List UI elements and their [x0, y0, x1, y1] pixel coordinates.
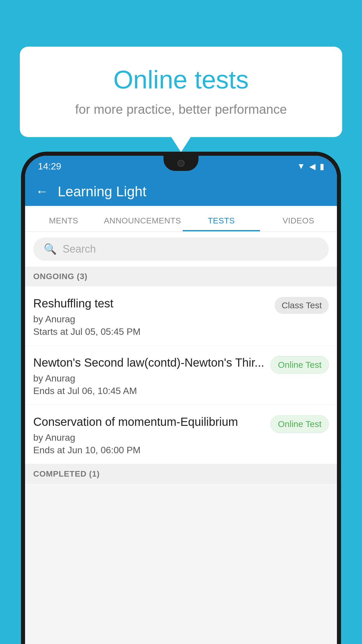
tab-bar: MENTS ANNOUNCEMENTS TESTS VIDEOS	[25, 206, 337, 232]
bubble-subtitle: for more practice, better performance	[37, 102, 325, 117]
test-badge: Class Test	[275, 297, 329, 314]
test-name: Conservation of momentum-Equilibrium	[33, 414, 265, 429]
test-author: by Anurag	[33, 314, 269, 325]
test-time: Ends at Jun 10, 06:00 PM	[33, 445, 265, 456]
app-bar: ← Learning Light	[25, 177, 337, 206]
camera	[178, 160, 184, 167]
test-info: Reshuffling test by Anurag Starts at Jul…	[33, 296, 275, 337]
tab-tests[interactable]: TESTS	[183, 216, 260, 231]
test-name: Newton's Second law(contd)-Newton's Thir…	[33, 355, 265, 370]
back-button[interactable]: ←	[36, 184, 48, 199]
search-icon: 🔍	[44, 243, 57, 255]
test-badge: Online Test	[270, 356, 329, 374]
tab-videos[interactable]: VIDEOS	[260, 216, 337, 231]
status-time: 14:29	[38, 161, 61, 172]
test-badge: Online Test	[270, 415, 329, 433]
search-input[interactable]: Search	[63, 243, 96, 255]
status-icons: ▼ ◀ ▮	[297, 162, 324, 171]
test-name: Reshuffling test	[33, 296, 269, 311]
search-container: 🔍 Search	[25, 232, 337, 267]
phone-inner: 14:29 ▼ ◀ ▮ ← Learning Light MENTS ANNOU…	[25, 156, 337, 644]
completed-section-header: COMPLETED (1)	[25, 464, 337, 484]
app-title: Learning Light	[58, 183, 146, 200]
tab-announcements[interactable]: ANNOUNCEMENTS	[102, 216, 183, 231]
battery-icon: ▮	[320, 162, 324, 171]
signal-icon: ◀	[309, 162, 316, 171]
test-info: Newton's Second law(contd)-Newton's Thir…	[33, 355, 270, 396]
tab-ments[interactable]: MENTS	[25, 216, 102, 231]
ongoing-section-header: ONGOING (3)	[25, 267, 337, 286]
wifi-icon: ▼	[297, 162, 305, 171]
test-time: Starts at Jul 05, 05:45 PM	[33, 326, 269, 337]
bubble-title: Online tests	[37, 64, 325, 95]
test-item[interactable]: Newton's Second law(contd)-Newton's Thir…	[25, 346, 337, 405]
test-item[interactable]: Reshuffling test by Anurag Starts at Jul…	[25, 286, 337, 346]
test-info: Conservation of momentum-Equilibrium by …	[33, 414, 270, 456]
test-author: by Anurag	[33, 432, 265, 443]
test-time: Ends at Jul 06, 10:45 AM	[33, 386, 265, 396]
search-box[interactable]: 🔍 Search	[33, 237, 329, 261]
phone-frame: 14:29 ▼ ◀ ▮ ← Learning Light MENTS ANNOU…	[21, 152, 341, 644]
test-author: by Anurag	[33, 373, 265, 384]
test-item[interactable]: Conservation of momentum-Equilibrium by …	[25, 405, 337, 464]
speech-bubble: Online tests for more practice, better p…	[20, 47, 342, 137]
test-list: Reshuffling test by Anurag Starts at Jul…	[25, 286, 337, 464]
notch	[164, 156, 198, 171]
